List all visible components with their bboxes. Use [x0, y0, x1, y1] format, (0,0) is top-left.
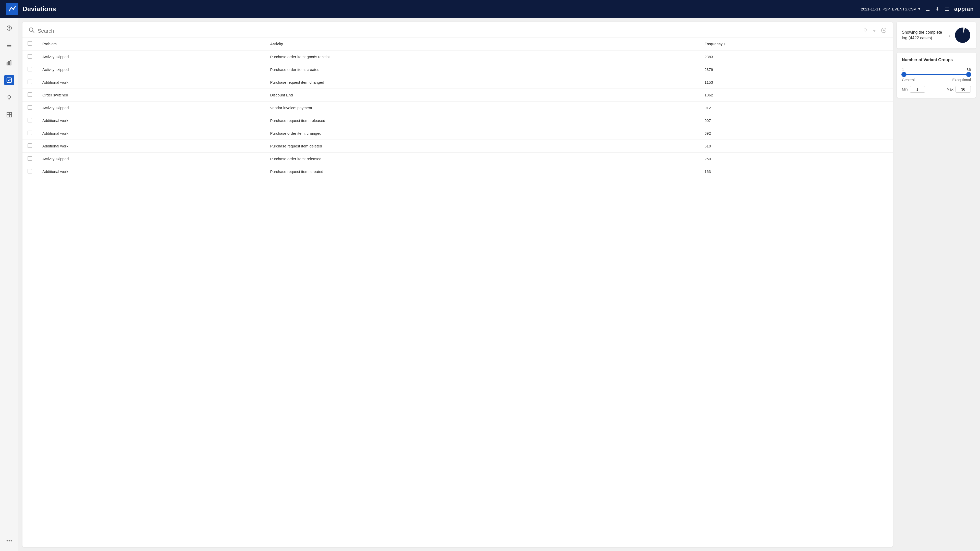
row-checkbox[interactable]: [27, 156, 32, 161]
log-info-card: Showing the complete log (4422 cases) ›: [897, 22, 976, 48]
row-checkbox[interactable]: [27, 67, 32, 71]
slider-thumb-max[interactable]: [966, 72, 971, 77]
frequency-cell: 510: [699, 140, 893, 152]
slider-range-labels: 1 36: [902, 67, 971, 72]
row-checkbox[interactable]: [27, 118, 32, 122]
min-input-group: Min: [902, 86, 925, 93]
app-logo: [6, 3, 18, 15]
sidebar-item-tasks[interactable]: [4, 75, 14, 85]
activity-cell: Purchase order item: released: [265, 152, 699, 165]
table-row: Activity skipped Purchase order item: re…: [22, 152, 893, 165]
log-info-chevron[interactable]: ›: [948, 32, 950, 38]
problem-cell: Order switched: [37, 89, 265, 102]
svg-rect-15: [6, 115, 9, 117]
menu-icon[interactable]: ☰: [945, 6, 949, 12]
table-row: Additional work Purchase request item ch…: [22, 76, 893, 89]
table-row: Additional work Purchase request item de…: [22, 140, 893, 152]
sidebar-item-grid[interactable]: [4, 110, 14, 120]
slider-endpoint-labels: General Exceptional: [902, 78, 971, 82]
problem-cell: Additional work: [37, 140, 265, 152]
slider-track[interactable]: [904, 74, 969, 75]
row-checkbox-cell[interactable]: [22, 152, 37, 165]
row-checkbox[interactable]: [27, 79, 32, 84]
select-all-checkbox[interactable]: [27, 41, 32, 46]
max-input[interactable]: [956, 86, 971, 93]
problem-column-header: Problem: [37, 38, 265, 50]
appian-logo: appian: [954, 6, 974, 12]
activity-column-header: Activity: [265, 38, 699, 50]
filter-icon[interactable]: ⚌: [925, 6, 930, 12]
row-checkbox[interactable]: [27, 92, 32, 97]
row-checkbox-cell[interactable]: [22, 63, 37, 76]
problem-cell: Additional work: [37, 127, 265, 140]
row-checkbox-cell[interactable]: [22, 165, 37, 178]
frequency-cell: 907: [699, 114, 893, 127]
download-icon[interactable]: ⬇: [935, 6, 939, 12]
frequency-cell: 912: [699, 102, 893, 114]
variant-groups-title: Number of Variant Groups: [902, 58, 971, 62]
search-icon: [29, 27, 35, 35]
row-checkbox[interactable]: [27, 169, 32, 173]
min-input[interactable]: [910, 86, 925, 93]
svg-point-18: [8, 540, 10, 541]
slider-fill: [904, 74, 969, 75]
slider-thumb-min[interactable]: [901, 72, 907, 77]
table-row: Activity skipped Vendor invoice: payment…: [22, 102, 893, 114]
table-container: Problem Activity Frequency ↓ Activity sk…: [22, 38, 893, 547]
sidebar-item-more[interactable]: [4, 536, 14, 546]
svg-line-21: [33, 31, 35, 33]
problem-cell: Additional work: [37, 165, 265, 178]
lightbulb-icon[interactable]: [862, 28, 868, 34]
problem-cell: Activity skipped: [37, 152, 265, 165]
app-header: Deviations 2021-11-11_P2P_EVENTS.CSV ▾ ⚌…: [0, 0, 980, 18]
sidebar-item-bulb[interactable]: [4, 92, 14, 103]
max-label: Max: [947, 87, 953, 91]
svg-point-22: [864, 29, 866, 31]
add-icon[interactable]: [881, 27, 886, 35]
frequency-column-header[interactable]: Frequency ↓: [699, 38, 893, 50]
filter-icon[interactable]: [872, 28, 877, 34]
row-checkbox-cell[interactable]: [22, 127, 37, 140]
svg-rect-14: [9, 113, 11, 114]
chevron-down-icon[interactable]: ▾: [918, 6, 920, 11]
frequency-cell: 692: [699, 127, 893, 140]
sidebar-item-list[interactable]: [4, 40, 14, 51]
row-checkbox-cell[interactable]: [22, 102, 37, 114]
row-checkbox[interactable]: [27, 105, 32, 110]
activity-cell: Purchase order item: created: [265, 63, 699, 76]
sidebar-item-compass[interactable]: [4, 23, 14, 33]
activity-cell: Vendor invoice: payment: [265, 102, 699, 114]
row-checkbox[interactable]: [27, 54, 32, 59]
log-info-text: Showing the complete log (4422 cases): [902, 30, 945, 41]
row-checkbox-cell[interactable]: [22, 50, 37, 63]
row-checkbox-cell[interactable]: [22, 114, 37, 127]
activity-cell: Purchase order item: goods receipt: [265, 50, 699, 63]
select-all-header[interactable]: [22, 38, 37, 50]
row-checkbox-cell[interactable]: [22, 89, 37, 102]
row-checkbox[interactable]: [27, 143, 32, 148]
table-row: Activity skipped Purchase order item: go…: [22, 50, 893, 63]
activity-cell: Purchase request item: released: [265, 114, 699, 127]
problem-cell: Activity skipped: [37, 102, 265, 114]
row-checkbox-cell[interactable]: [22, 76, 37, 89]
min-label: Min: [902, 87, 908, 91]
row-checkbox-cell[interactable]: [22, 140, 37, 152]
problem-cell: Activity skipped: [37, 50, 265, 63]
max-input-group: Max: [947, 86, 971, 93]
activity-cell: Purchase request item changed: [265, 76, 699, 89]
svg-rect-7: [8, 62, 10, 65]
variant-slider-container: 1 36 General Exceptional: [902, 67, 971, 82]
sidebar-item-chart[interactable]: [4, 58, 14, 68]
file-selector[interactable]: 2021-11-11_P2P_EVENTS.CSV ▾: [861, 6, 920, 11]
problem-cell: Additional work: [37, 114, 265, 127]
table-row: Activity skipped Purchase order item: cr…: [22, 63, 893, 76]
page-title: Deviations: [22, 5, 857, 13]
svg-point-19: [11, 540, 12, 541]
svg-point-20: [29, 28, 33, 32]
sidebar: [0, 18, 18, 551]
frequency-cell: 1153: [699, 76, 893, 89]
row-checkbox[interactable]: [27, 130, 32, 135]
search-input[interactable]: [38, 28, 859, 34]
table-row: Additional work Purchase request item: r…: [22, 114, 893, 127]
svg-rect-8: [10, 60, 11, 65]
